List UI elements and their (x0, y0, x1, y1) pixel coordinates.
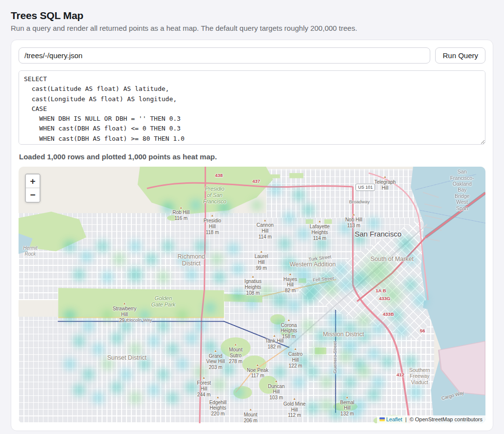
map-label-peak: Corona Heights 158 m (281, 318, 297, 340)
map-label-street: Fell Street (313, 276, 334, 283)
map-label-park: Golden Gate Park (151, 295, 176, 308)
map-label-peak: Duncan Hill 103 m (268, 379, 284, 401)
map-label-route: 56 (420, 328, 425, 333)
map-label-route: 433G (379, 296, 390, 302)
map-label-peak: Nob Hill 113 m (345, 213, 362, 229)
map-label-area: Southern Freeway Viaduct (409, 367, 430, 385)
map-label-route: 1A B (376, 288, 386, 293)
osm-attribution-link[interactable]: © OpenStreetMap contributors (410, 416, 483, 422)
map-label-peak: Lafayette Heights 114 m (310, 219, 330, 241)
map-label-peak: Edgehill Heights 220 m (209, 395, 227, 417)
status-message: Loaded 1,000 rows and plotted 1,000 poin… (19, 152, 485, 161)
map-label-peak: Rob Hill 116 m (172, 205, 189, 221)
map-label-street: Broadway (349, 199, 370, 205)
map-label-district: Western Addition (290, 260, 336, 268)
page-subtitle: Run a query and render all returned poin… (11, 24, 493, 32)
map-label-route: 433B (383, 311, 394, 317)
map-label-peak: Presidio Hill 118 m (204, 214, 221, 236)
map-label-peak: Strawberry Hill 29 m (113, 302, 136, 324)
sql-editor[interactable]: SELECT cast(Latitude AS float) AS latitu… (19, 70, 485, 145)
endpoint-input[interactable] (19, 47, 430, 64)
map-label-route: 412 (397, 372, 404, 378)
map-label-peak: Laurel Hill 99 m (254, 249, 268, 271)
map-label-rock: Hermit Rock (23, 245, 37, 257)
map-label-peak: Tank Hill 182 m (265, 333, 284, 349)
leaflet-flag-icon (379, 417, 385, 421)
map-label-peak: Mount 206 m (244, 408, 257, 423)
zoom-in-button[interactable]: + (26, 174, 40, 188)
attribution-separator: | (404, 416, 408, 422)
map-label-city: San Francisco (355, 230, 401, 239)
map-label-peak: Castro Hill 122 m (288, 347, 302, 369)
map-label-peak: Bernal Hill 132 m (340, 395, 355, 417)
map-label-park: Presidio of San Francisco (203, 185, 227, 204)
map-label-street: Guerrero Street (333, 341, 338, 373)
map-label-district: Mission District (323, 330, 364, 338)
map-label-peak: Mount Sutro 278 m (229, 343, 243, 365)
map-labels-layer: Presidio of San FranciscoGolden Gate Par… (19, 167, 485, 423)
map-label-peak: Forest Hill 244 m (197, 376, 210, 398)
map[interactable]: Presidio of San FranciscoGolden Gate Par… (19, 167, 485, 423)
map-label-water: San Francisco- Oakland Bay Bridge West S… (450, 169, 474, 211)
map-label-peak: Hayes Hill 82 m (283, 272, 297, 294)
map-label-district: South of Market (371, 256, 414, 263)
map-label-district: Richmond District (178, 253, 205, 268)
map-label-street: Lincoln Way (127, 318, 152, 323)
map-label-peak: Telegraph Hill (374, 174, 396, 191)
zoom-control: + − (25, 174, 41, 203)
map-label-peak: Grand View Hill 203 m (206, 348, 225, 370)
zoom-out-button[interactable]: − (26, 188, 40, 202)
leaflet-link[interactable]: Leaflet (386, 416, 402, 422)
map-label-shield: US 101 (356, 184, 375, 191)
page-title: Trees SQL Map (11, 10, 493, 22)
map-label-route: 438 (215, 173, 223, 178)
run-query-button[interactable]: Run Query (435, 47, 485, 64)
map-label-peak: Gold Mine Hill 112 m (283, 396, 306, 418)
query-row: Run Query (19, 47, 485, 64)
map-label-peak: Cannon Hill 114 m (256, 218, 273, 240)
map-label-peak: Ignatius Heights 108 m (244, 274, 261, 296)
map-label-street: Cargo Way (441, 390, 464, 401)
map-attribution: Leaflet | © OpenStreetMap contributors (377, 415, 485, 423)
map-label-route: 437 (252, 179, 260, 184)
map-label-peak: Noe Peak 117 m (247, 363, 269, 379)
map-label-street: Turk Street (308, 254, 332, 262)
query-panel: Run Query SELECT cast(Latitude AS float)… (11, 40, 493, 431)
map-label-district: Sunset District (107, 354, 147, 362)
page: Trees SQL Map Run a query and render all… (0, 0, 504, 431)
